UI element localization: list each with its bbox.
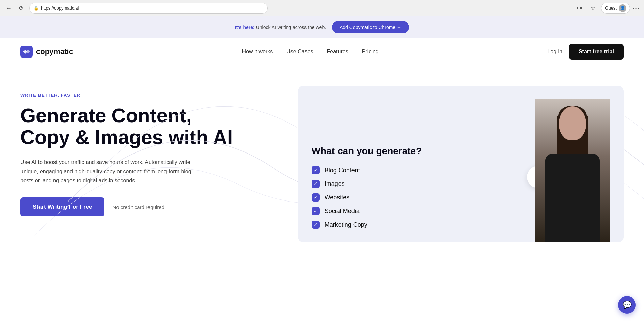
person-illustration bbox=[535, 99, 610, 242]
hero-right: What can you generate? ✓ Blog Content ✓ … bbox=[298, 86, 624, 242]
nav-pricing[interactable]: Pricing bbox=[362, 49, 379, 54]
browser-chrome: ← ⟳ 🔒 https://copymatic.ai 🕪 ☆ Guest 👤 ·… bbox=[0, 0, 644, 16]
check-icon-2: ✓ bbox=[312, 180, 320, 188]
banner-unlock-text: Unlock AI writing across the web. bbox=[256, 25, 326, 30]
hero-left: WRITE BETTER, FASTER Generate Content,Co… bbox=[20, 86, 322, 216]
main-nav: copymatic How it works Use Cases Feature… bbox=[0, 38, 644, 65]
list-item: ✓ Marketing Copy bbox=[312, 221, 525, 229]
generate-card: What can you generate? ✓ Blog Content ✓ … bbox=[298, 86, 624, 242]
checklist: ✓ Blog Content ✓ Images ✓ Websites ✓ Soc… bbox=[312, 166, 525, 229]
logo-icon bbox=[20, 46, 33, 58]
card-title: What can you generate? bbox=[312, 146, 525, 157]
logo-text: copymatic bbox=[36, 47, 73, 56]
start-trial-button[interactable]: Start free trial bbox=[569, 44, 624, 60]
nav-how-it-works[interactable]: How it works bbox=[242, 49, 273, 54]
hero-section: WRITE BETTER, FASTER Generate Content,Co… bbox=[0, 65, 644, 270]
add-to-chrome-button[interactable]: Add Copymatic to Chrome → bbox=[332, 21, 409, 33]
browser-menu-button[interactable]: ··· bbox=[633, 4, 640, 12]
avatar: 👤 bbox=[619, 4, 626, 12]
browser-actions: 🕪 ☆ Guest 👤 ··· bbox=[574, 3, 640, 14]
check-icon-1: ✓ bbox=[312, 166, 320, 174]
list-item: ✓ Social Media bbox=[312, 207, 525, 215]
refresh-button[interactable]: ⟳ bbox=[16, 3, 26, 13]
guest-label: Guest bbox=[605, 5, 617, 11]
checklist-item-4: Social Media bbox=[325, 208, 360, 215]
nav-links: How it works Use Cases Features Pricing bbox=[242, 49, 379, 55]
checklist-item-1: Blog Content bbox=[325, 167, 360, 174]
check-icon-4: ✓ bbox=[312, 207, 320, 215]
hero-description: Use AI to boost your traffic and save ho… bbox=[20, 158, 198, 186]
hero-cta-row: Start Writing For Free No credit card re… bbox=[20, 197, 309, 216]
login-link[interactable]: Log in bbox=[547, 49, 562, 55]
list-item: ✓ Blog Content bbox=[312, 166, 525, 174]
nav-right: Log in Start free trial bbox=[547, 44, 624, 60]
logo-link[interactable]: copymatic bbox=[20, 46, 73, 58]
checklist-item-2: Images bbox=[325, 180, 345, 188]
check-icon-5: ✓ bbox=[312, 221, 320, 229]
hero-title: Generate Content,Copy & Images with AI bbox=[20, 104, 309, 148]
address-bar[interactable]: 🔒 https://copymatic.ai bbox=[29, 3, 268, 14]
card-content: What can you generate? ✓ Blog Content ✓ … bbox=[312, 146, 525, 242]
banner-its-here: It's here: bbox=[235, 25, 255, 30]
url-text: https://copymatic.ai bbox=[41, 5, 79, 11]
back-button[interactable]: ← bbox=[4, 3, 14, 13]
guest-profile-button[interactable]: Guest 👤 bbox=[601, 3, 630, 14]
top-banner: It's here: Unlock AI writing across the … bbox=[0, 16, 644, 38]
list-item: ✓ Images bbox=[312, 180, 525, 188]
start-writing-button[interactable]: Start Writing For Free bbox=[20, 197, 104, 216]
nav-features[interactable]: Features bbox=[327, 49, 348, 54]
person-head bbox=[559, 106, 586, 140]
hero-eyebrow: WRITE BETTER, FASTER bbox=[20, 93, 309, 98]
checklist-item-5: Marketing Copy bbox=[325, 221, 367, 228]
read-aloud-button[interactable]: 🕪 bbox=[574, 3, 585, 14]
no-cc-text: No credit card required bbox=[112, 204, 164, 210]
person-body bbox=[545, 154, 600, 242]
check-icon-3: ✓ bbox=[312, 193, 320, 202]
checklist-item-3: Websites bbox=[325, 194, 350, 201]
lock-icon: 🔒 bbox=[34, 6, 39, 11]
favorites-button[interactable]: ☆ bbox=[587, 3, 598, 14]
list-item: ✓ Websites bbox=[312, 193, 525, 202]
nav-use-cases[interactable]: Use Cases bbox=[286, 49, 313, 54]
nav-buttons: ← ⟳ bbox=[4, 3, 26, 13]
